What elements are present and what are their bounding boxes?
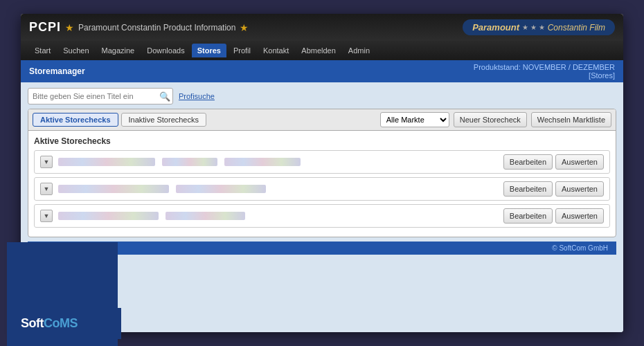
studio-logos: Paramount ★ ★ ★ Constantin Film <box>463 19 615 35</box>
nav-item-start[interactable]: Start <box>29 44 56 57</box>
bearbeiten-button-2[interactable]: Bearbeiten <box>503 181 553 197</box>
storecheck-meta-2a <box>176 185 266 193</box>
nav-item-magazine[interactable]: Magazine <box>96 44 141 57</box>
collapse-button-1[interactable]: ▼ <box>40 156 53 168</box>
storechecks-title: Aktive Storechecks <box>34 136 610 146</box>
ms-text: MS <box>60 316 78 330</box>
header: PCPI ★ Paramount Constantin Product Info… <box>21 14 623 41</box>
search-wrapper: 🔍 <box>28 88 173 104</box>
copyright-text: © SoftCom GmbH <box>552 244 608 252</box>
storechecks-area: Aktive Storechecks ▼ Bearbeiten Auswerte… <box>28 131 616 237</box>
auswerten-button-2[interactable]: Auswerten <box>555 181 604 197</box>
profisuche-link[interactable]: Profisuche <box>179 92 215 100</box>
nav-item-downloads[interactable]: Downloads <box>141 44 190 57</box>
table-row: ▼ Bearbeiten Auswerten <box>34 150 610 174</box>
table-row: ▼ Bearbeiten Auswerten <box>34 177 610 201</box>
status-bar: Storemanager Produktstand: NOVEMBER / DE… <box>21 60 623 82</box>
produktstand-text: Produktstand: NOVEMBER / DEZEMBER <box>474 63 615 71</box>
row-actions-1: Bearbeiten Auswerten <box>503 154 604 170</box>
storecheck-title-1 <box>58 158 155 166</box>
soft-text: Soft <box>21 316 44 330</box>
storecheck-meta-3a <box>166 212 245 220</box>
storecheck-content-2 <box>58 185 498 193</box>
storecheck-content-3 <box>58 212 498 220</box>
constantin-label: Constantin Film <box>548 23 605 33</box>
storecheck-title-3 <box>58 212 159 220</box>
markt-select[interactable]: Alle Markte <box>380 112 449 127</box>
bearbeiten-button-1[interactable]: Bearbeiten <box>503 154 553 170</box>
row-actions-2: Bearbeiten Auswerten <box>503 181 604 197</box>
nav-item-suchen[interactable]: Suchen <box>57 44 94 57</box>
nav-bar: Start Suchen Magazine Downloads Stores P… <box>21 41 623 60</box>
neuer-storecheck-button[interactable]: Neuer Storecheck <box>454 112 527 127</box>
bearbeiten-button-3[interactable]: Bearbeiten <box>503 208 553 224</box>
auswerten-button-3[interactable]: Auswerten <box>555 208 604 224</box>
tabs-right: Alle Markte Neuer Storecheck Wechseln Ma… <box>380 112 611 127</box>
nav-item-kontakt[interactable]: Kontakt <box>258 44 294 57</box>
paramount-label: Paramount <box>472 22 519 33</box>
storecheck-title-2 <box>58 185 169 193</box>
nav-item-admin[interactable]: Admin <box>343 44 375 57</box>
nav-item-stores[interactable]: Stores <box>192 44 226 57</box>
star-icon-2: ★ <box>240 22 249 33</box>
softcoms-logo: SoftCoMS <box>14 308 121 339</box>
table-row: ▼ Bearbeiten Auswerten <box>34 204 610 228</box>
tab-inaktive[interactable]: Inaktive Storechecks <box>121 113 207 127</box>
row-actions-3: Bearbeiten Auswerten <box>503 208 604 224</box>
dots-separator: ★ ★ ★ <box>522 24 545 31</box>
search-button[interactable]: 🔍 <box>158 91 172 102</box>
search-row: 🔍 Profisuche <box>28 88 616 104</box>
header-left: PCPI ★ Paramount Constantin Product Info… <box>29 20 249 35</box>
section-badge: [Stores] <box>589 71 615 80</box>
collapse-button-3[interactable]: ▼ <box>40 210 53 222</box>
nav-item-abmelden[interactable]: Abmelden <box>296 44 341 57</box>
co-text: Co <box>44 316 60 330</box>
header-subtitle: Paramount Constantin Product Information <box>78 23 235 33</box>
tab-aktive[interactable]: Aktive Storechecks <box>33 113 118 127</box>
auswerten-button-1[interactable]: Auswerten <box>555 154 604 170</box>
tabs-left: Aktive Storechecks Inaktive Storechecks <box>33 113 206 127</box>
tabs-header: Aktive Storechecks Inaktive Storechecks … <box>28 109 616 131</box>
storecheck-meta-1b <box>224 158 301 166</box>
pcpi-title: PCPI <box>29 20 61 35</box>
star-icon-1: ★ <box>65 22 74 33</box>
tabs-container: Aktive Storechecks Inaktive Storechecks … <box>28 109 616 237</box>
search-input[interactable] <box>28 88 173 104</box>
nav-item-profil[interactable]: Profil <box>228 44 256 57</box>
storecheck-content-1 <box>58 158 498 166</box>
storemanager-label: Storemanager <box>29 66 85 76</box>
storecheck-meta-1a <box>162 158 217 166</box>
wechseln-marktliste-button[interactable]: Wechseln Marktliste <box>531 112 611 127</box>
collapse-button-2[interactable]: ▼ <box>40 183 53 195</box>
